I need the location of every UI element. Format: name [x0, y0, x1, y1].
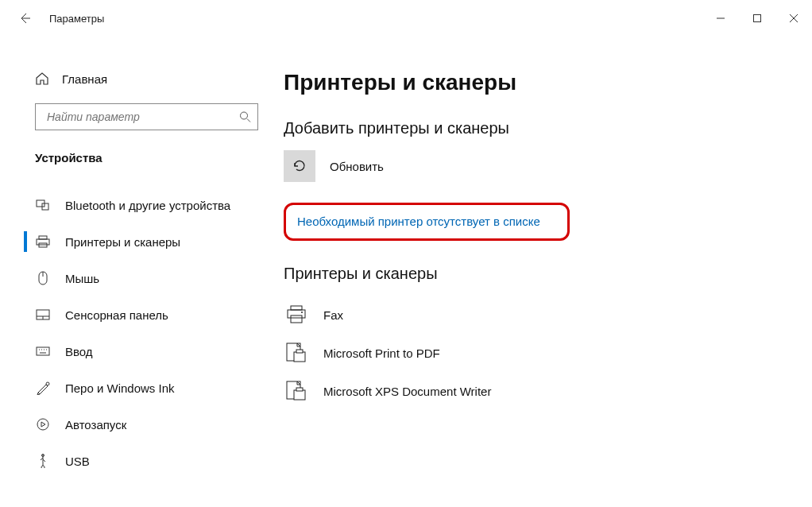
nav-autoplay[interactable]: Автозапуск — [0, 406, 266, 443]
section-title: Устройства — [0, 130, 266, 172]
maximize-icon — [752, 14, 762, 23]
search-input[interactable] — [45, 110, 230, 124]
xps-writer-icon — [284, 381, 309, 401]
maximize-button[interactable] — [739, 0, 775, 37]
svg-point-10 — [46, 382, 49, 385]
keyboard-icon — [35, 346, 51, 356]
svg-rect-19 — [296, 350, 303, 353]
fax-icon — [284, 305, 309, 324]
search-box[interactable] — [35, 103, 258, 130]
nav-label: Перо и Windows Ink — [65, 381, 175, 395]
print-to-pdf-icon — [284, 343, 309, 363]
svg-rect-14 — [288, 310, 305, 318]
main-content: Принтеры и сканеры Добавить принтеры и с… — [266, 37, 812, 507]
svg-rect-4 — [39, 236, 47, 239]
refresh-label: Обновить — [330, 160, 384, 173]
refresh-row: Обновить — [284, 150, 788, 182]
app-title: Параметры — [49, 13, 104, 25]
search-icon — [239, 111, 251, 123]
nav-printers[interactable]: Принтеры и сканеры — [0, 223, 266, 260]
home-label: Главная — [62, 72, 107, 86]
titlebar: Параметры — [0, 0, 812, 37]
svg-rect-15 — [291, 315, 302, 323]
nav-usb[interactable]: USB — [0, 443, 266, 479]
nav-label: Мышь — [65, 272, 99, 285]
refresh-icon — [292, 158, 307, 174]
printer-item-pdf[interactable]: Microsoft Print to PDF — [284, 334, 788, 372]
printer-name: Microsoft Print to PDF — [323, 346, 440, 360]
svg-rect-5 — [37, 239, 49, 245]
sidebar: Главная Устройства Bluetooth и другие ус… — [0, 37, 266, 507]
close-button[interactable] — [775, 0, 812, 37]
home-link[interactable]: Главная — [0, 62, 266, 95]
printer-icon — [35, 235, 51, 248]
printer-list: Fax Microsoft Print to PDF Microsoft XPS… — [284, 296, 788, 410]
minimize-button[interactable] — [702, 0, 739, 37]
svg-point-11 — [37, 419, 48, 430]
nav-label: Bluetooth и другие устройства — [65, 199, 230, 212]
svg-rect-18 — [294, 352, 305, 362]
svg-rect-13 — [291, 306, 302, 310]
window-controls — [702, 0, 812, 37]
mouse-icon — [35, 271, 51, 285]
svg-rect-22 — [296, 388, 303, 391]
home-icon — [35, 72, 49, 86]
nav-pen[interactable]: Перо и Windows Ink — [0, 370, 266, 406]
page-title: Принтеры и сканеры — [284, 70, 788, 95]
back-button[interactable] — [11, 5, 38, 32]
svg-rect-0 — [754, 15, 761, 22]
refresh-button[interactable] — [284, 150, 315, 182]
nav-label: USB — [65, 455, 90, 468]
printer-name: Microsoft XPS Document Writer — [323, 385, 491, 398]
close-icon — [789, 14, 798, 23]
nav-typing[interactable]: Ввод — [0, 333, 266, 370]
svg-rect-9 — [37, 347, 49, 355]
svg-point-16 — [301, 312, 303, 313]
nav-label: Сенсорная панель — [65, 308, 168, 322]
svg-point-1 — [241, 112, 248, 119]
nav-mouse[interactable]: Мышь — [0, 260, 266, 296]
printer-item-xps[interactable]: Microsoft XPS Document Writer — [284, 372, 788, 410]
devices-icon — [35, 199, 51, 211]
nav-list: Bluetooth и другие устройства Принтеры и… — [0, 187, 266, 479]
nav-label: Принтеры и сканеры — [65, 235, 180, 249]
highlight-box: Необходимый принтер отсутствует в списке — [284, 203, 570, 241]
settings-window: Параметры Главная — [0, 0, 812, 507]
svg-rect-21 — [294, 390, 305, 400]
nav-bluetooth[interactable]: Bluetooth и другие устройства — [0, 187, 266, 223]
autoplay-icon — [35, 417, 51, 432]
missing-printer-link[interactable]: Необходимый принтер отсутствует в списке — [297, 215, 540, 228]
nav-label: Ввод — [65, 345, 93, 358]
nav-touchpad[interactable]: Сенсорная панель — [0, 296, 266, 333]
minimize-icon — [716, 14, 725, 23]
nav-label: Автозапуск — [65, 418, 126, 432]
usb-icon — [35, 454, 51, 468]
printer-item-fax[interactable]: Fax — [284, 296, 788, 334]
touchpad-icon — [35, 309, 51, 320]
printer-name: Fax — [323, 308, 343, 322]
pen-icon — [35, 381, 51, 395]
add-section-title: Добавить принтеры и сканеры — [284, 119, 788, 137]
printers-section-title: Принтеры и сканеры — [284, 265, 788, 283]
